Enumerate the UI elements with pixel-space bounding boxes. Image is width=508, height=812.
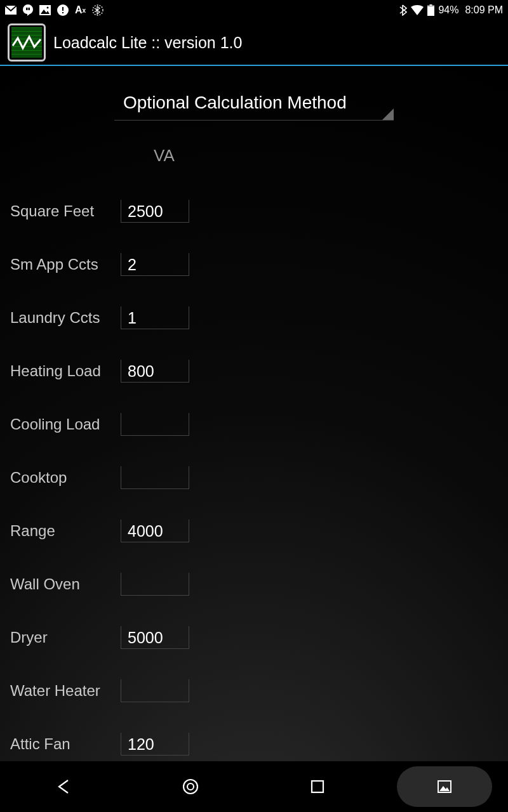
field-label: Square Feet <box>10 202 121 220</box>
gmail-icon <box>5 6 17 15</box>
field-row: Cooktop <box>10 451 498 504</box>
clock: 8:09 PM <box>465 4 503 16</box>
column-header-row: VA <box>10 146 498 166</box>
field-input[interactable] <box>121 626 189 649</box>
svg-rect-7 <box>62 7 64 11</box>
field-label: Laundry Ccts <box>10 309 121 327</box>
hangouts-icon <box>23 4 33 16</box>
field-label: Dryer <box>10 629 121 646</box>
field-row: Cooling Load <box>10 398 498 451</box>
field-input[interactable] <box>121 573 189 596</box>
app-title: Loadcalc Lite :: version 1.0 <box>53 34 242 52</box>
nav-overview-button[interactable] <box>264 766 371 807</box>
svg-rect-2 <box>29 8 30 10</box>
field-input[interactable] <box>121 253 189 276</box>
svg-rect-8 <box>62 12 64 13</box>
field-input[interactable] <box>121 520 189 542</box>
field-label: Range <box>10 522 121 540</box>
app-bar: Loadcalc Lite :: version 1.0 <box>0 20 508 66</box>
field-input[interactable] <box>121 466 189 489</box>
battery-icon <box>427 4 434 16</box>
status-left: Ax <box>5 4 104 16</box>
status-bar: Ax 94% 8:09 PM <box>0 0 508 20</box>
svg-point-5 <box>47 7 49 9</box>
field-input[interactable] <box>121 360 189 383</box>
svg-rect-1 <box>26 8 28 10</box>
bluetooth-circle-icon <box>92 4 104 16</box>
field-input[interactable] <box>121 413 189 436</box>
field-row: Dryer <box>10 611 498 664</box>
field-label: Cooktop <box>10 469 121 487</box>
field-input[interactable] <box>121 306 189 329</box>
ax-icon: Ax <box>75 4 86 16</box>
column-header-va: VA <box>131 146 175 166</box>
field-label: Wall Oven <box>10 575 121 593</box>
field-row: Laundry Ccts <box>10 291 498 344</box>
dropdown-indicator-icon <box>382 108 394 120</box>
nav-back-button[interactable] <box>10 766 117 807</box>
field-row: Range <box>10 504 498 558</box>
field-label: Water Heater <box>10 682 121 700</box>
nav-bar <box>0 761 508 812</box>
field-input[interactable] <box>121 200 189 223</box>
svg-rect-12 <box>427 6 434 16</box>
field-row: Square Feet <box>10 185 498 238</box>
method-spinner-label: Optional Calculation Method <box>123 93 347 113</box>
wifi-icon <box>411 5 424 15</box>
method-spinner[interactable]: Optional Calculation Method <box>114 85 394 121</box>
field-label: Attic Fan <box>10 735 121 753</box>
status-right: 94% 8:09 PM <box>399 4 503 16</box>
field-row: Heating Load <box>10 344 498 398</box>
svg-marker-17 <box>439 786 450 791</box>
svg-rect-15 <box>312 781 323 792</box>
field-row: Water Heater <box>10 664 498 717</box>
photos-icon <box>39 5 51 15</box>
field-label: Cooling Load <box>10 416 121 433</box>
app-icon <box>8 23 46 62</box>
svg-point-14 <box>187 783 194 790</box>
field-row: Sm App Ccts <box>10 238 498 291</box>
field-label: Sm App Ccts <box>10 256 121 273</box>
svg-point-13 <box>184 780 197 794</box>
field-label: Heating Load <box>10 362 121 380</box>
field-row: Wall Oven <box>10 558 498 611</box>
nav-recent-button[interactable] <box>391 766 498 807</box>
bluetooth-icon <box>399 4 407 16</box>
content-area: Optional Calculation Method VA Square Fe… <box>0 66 508 761</box>
field-input[interactable] <box>121 679 189 702</box>
nav-home-button[interactable] <box>137 766 244 807</box>
battery-percent: 94% <box>438 4 458 16</box>
alert-icon <box>57 4 69 16</box>
field-input[interactable] <box>121 733 189 756</box>
